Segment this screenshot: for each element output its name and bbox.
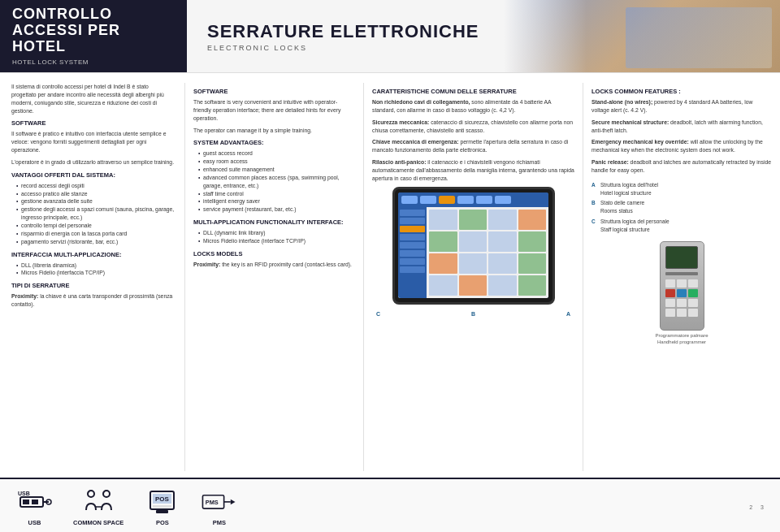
caratteristica-2: Sicurezza meccanica: catenaccio di sicur… xyxy=(372,119,574,135)
header-right-title: SERRATURE ELETTRONICHE xyxy=(207,21,483,42)
sidebar-item-2 xyxy=(400,218,425,224)
multi-title: MULTI-APPLICATION FUNCTIONALITY INTERFAC… xyxy=(193,218,355,226)
vantaggi-title: VANTAGGI OFFERTI DAL SISTEMA: xyxy=(11,171,175,179)
label-c: C xyxy=(376,311,380,317)
svg-text:PMS: PMS xyxy=(206,499,219,506)
device-btn-1 xyxy=(665,279,675,288)
svg-marker-17 xyxy=(231,500,236,505)
list-item: easy room access xyxy=(198,158,355,166)
common-space-icon xyxy=(80,487,117,516)
label-a-text: Struttura logica dell'hotelHotel logical… xyxy=(600,181,658,197)
header-image xyxy=(504,0,780,72)
page-numbers: 2 3 xyxy=(749,504,764,510)
device-btn-9 xyxy=(688,299,698,307)
list-item: Micros Fidelio (interfaccia TCP/IP) xyxy=(16,269,175,277)
column-middle: SOFTWARE The software is very convenient… xyxy=(185,83,364,471)
sidebar-item-4 xyxy=(400,234,425,240)
caratteristica-1: Non richiedono cavi di collegamento, son… xyxy=(372,98,574,115)
lock-feat-3: Emergency mechanical key override: will … xyxy=(592,138,772,154)
device-buttons xyxy=(665,279,698,317)
cell-2 xyxy=(459,210,488,230)
tablet-main xyxy=(427,207,548,298)
header-right: SERRATURE ELETTRONICHE ELECTRONIC LOCKS xyxy=(187,0,504,72)
software-title-en: SOFTWARE xyxy=(193,88,355,95)
cell-5 xyxy=(429,231,457,252)
label-b-letter: B xyxy=(592,199,598,215)
device-btn-3 xyxy=(688,279,698,288)
list-item: DLL (dynamic link library) xyxy=(198,229,355,237)
system-list: guest access record easy room access enh… xyxy=(198,149,355,214)
tipi-title: TIPI DI SERRATURE xyxy=(11,282,175,289)
pos-icon-item: POS POS xyxy=(144,487,180,526)
lock-feat-4: Panic release: deadbolt and latches are … xyxy=(592,158,772,175)
footer-bar: USB USB COMMON SPACE xyxy=(0,478,780,532)
list-item: advanced common places access (spa, swim… xyxy=(198,174,355,190)
list-item: DLL (libreria dinamica) xyxy=(16,262,175,270)
pms-svg: PMS xyxy=(201,487,237,516)
system-title: SYSTEM ADVANTAGES: xyxy=(193,139,355,146)
svg-rect-11 xyxy=(153,505,171,508)
cell-11 xyxy=(488,253,517,274)
structure-labels: A Struttura logica dell'hotelHotel logic… xyxy=(592,181,772,234)
sidebar-item-5 xyxy=(400,242,425,249)
toolbar-btn-2 xyxy=(420,196,436,204)
cell-3 xyxy=(488,210,517,230)
programmer-device xyxy=(660,241,704,331)
pos-svg: POS xyxy=(144,487,180,516)
interfaccia-title: INTERFACCIA MULTI-APPLICAZIONE: xyxy=(11,251,175,258)
interfaccia-list: DLL (libreria dinamica) Micros Fidelio (… xyxy=(16,262,175,278)
list-item: record accessi degli ospiti xyxy=(16,182,175,190)
list-item: pagamento servizi (ristorante, bar, ecc.… xyxy=(16,238,175,246)
device-btn-2 xyxy=(677,279,687,288)
list-item: gestione avanzata delle suite xyxy=(16,197,175,205)
software-text-en: The software is very convenient and intu… xyxy=(193,98,355,123)
intro-text: Il sistema di controllo accessi per hote… xyxy=(11,83,175,115)
cell-9 xyxy=(429,253,457,274)
column-left: Il sistema di controllo accessi per hote… xyxy=(0,83,185,471)
list-item: guest access record xyxy=(198,149,355,158)
sidebar-item-3 xyxy=(400,226,425,232)
label-b-row: B Stato delle camereRooms status xyxy=(592,199,772,215)
label-c-letter: C xyxy=(592,218,598,234)
sidebar-item-8 xyxy=(400,266,425,273)
device-btn-10 xyxy=(665,309,675,317)
header-left: CONTROLLO ACCESSI PER HOTEL HOTEL LOCK S… xyxy=(0,0,187,72)
list-item: Micros Fidelio interface (interface TCP/… xyxy=(198,237,355,245)
svg-rect-1 xyxy=(23,500,29,504)
main-content: Il sistema di controllo accessi per hote… xyxy=(0,73,780,471)
label-c-row: C Struttura logica del personaleStaff lo… xyxy=(592,218,772,234)
cell-4 xyxy=(518,210,547,230)
list-item: risparmio di energia con la tasca porta … xyxy=(16,230,175,238)
svg-point-7 xyxy=(103,491,110,497)
page: CONTROLLO ACCESSI PER HOTEL HOTEL LOCK S… xyxy=(0,0,780,532)
caratteristica-4: Rilascio anti-panico: il catenaccio e i … xyxy=(372,158,574,183)
common-space-icon-item: COMMON SPACE xyxy=(73,487,124,526)
sidebar-item-6 xyxy=(400,250,425,257)
device-btn-5 xyxy=(677,289,687,297)
device-screen xyxy=(665,246,698,269)
common-space-label: COMMON SPACE xyxy=(73,519,124,526)
caratteristiche-title: CARATTERISTICHE COMUNI DELLE SERRATURE xyxy=(372,88,574,95)
column-right: LOCKS COMMON FEATURES : Stand-alone (no … xyxy=(583,83,780,471)
toolbar-btn-5 xyxy=(476,196,492,204)
cell-8 xyxy=(518,231,547,252)
tablet-screen xyxy=(398,192,548,298)
device-btn-6 xyxy=(688,289,698,297)
toolbar-btn-1 xyxy=(401,196,418,204)
vantaggi-list: record accessi degli ospiti accesso prat… xyxy=(16,182,175,246)
usb-icon-item: USB USB xyxy=(16,487,53,526)
lock-feat-1: Stand-alone (no wires); powered by 4 sta… xyxy=(592,98,772,115)
label-a-row: A Struttura logica dell'hotelHotel logic… xyxy=(592,181,772,197)
list-item: gestione degli accessi a spazi comuni (s… xyxy=(16,205,175,222)
sidebar-item-1 xyxy=(400,210,425,216)
device-btn-11 xyxy=(677,309,687,317)
usb-label: USB xyxy=(28,519,41,526)
tipi-text: Proximity: la chiave è una carta transpo… xyxy=(11,292,175,309)
svg-point-6 xyxy=(88,491,94,497)
label-c-text: Struttura logica del personaleStaff logi… xyxy=(600,218,670,234)
toolbar-btn-3 xyxy=(439,196,455,204)
svg-text:USB: USB xyxy=(18,491,30,496)
cell-15 xyxy=(488,275,517,296)
cell-7 xyxy=(488,231,517,252)
lock-feat-2: Secure mechanical structure: deadbolt, l… xyxy=(592,119,772,135)
